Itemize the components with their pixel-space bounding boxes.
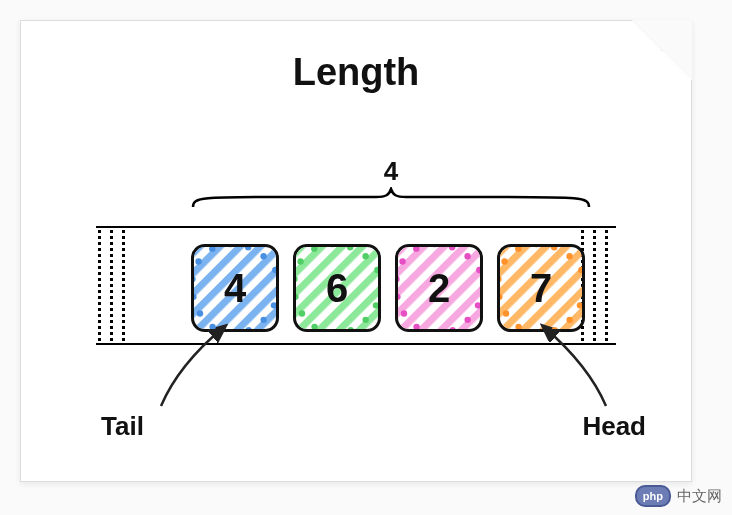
node-value: 7 xyxy=(530,266,552,311)
curly-brace-icon xyxy=(191,187,591,209)
php-badge-icon: php xyxy=(635,485,671,507)
diagram-canvas: Length 4 4627 Tail xyxy=(20,20,692,482)
watermark-text: 中文网 xyxy=(677,487,722,506)
head-arrow-icon xyxy=(516,321,616,411)
node-value: 2 xyxy=(428,266,450,311)
tail-arrow-icon xyxy=(156,321,256,411)
node-list: 4627 xyxy=(191,244,585,332)
watermark: php 中文网 xyxy=(635,485,722,507)
length-value: 4 xyxy=(191,156,591,187)
svg-point-36 xyxy=(480,285,483,291)
open-edge-left-icon xyxy=(110,230,119,341)
open-edge-left-icon xyxy=(98,230,107,341)
open-edge-left-icon xyxy=(122,230,131,341)
node-value: 4 xyxy=(224,266,246,311)
svg-point-40 xyxy=(431,330,437,332)
length-bracket: 4 xyxy=(191,156,591,213)
tail-label: Tail xyxy=(101,411,144,442)
svg-point-2 xyxy=(276,285,279,291)
queue-node: 4 xyxy=(191,244,279,332)
svg-point-53 xyxy=(582,285,585,291)
diagram-title: Length xyxy=(21,51,691,94)
queue-node: 2 xyxy=(395,244,483,332)
svg-point-23 xyxy=(329,330,335,332)
queue-node: 6 xyxy=(293,244,381,332)
head-label: Head xyxy=(582,411,646,442)
svg-point-19 xyxy=(378,285,381,291)
node-value: 6 xyxy=(326,266,348,311)
queue-node: 7 xyxy=(497,244,585,332)
